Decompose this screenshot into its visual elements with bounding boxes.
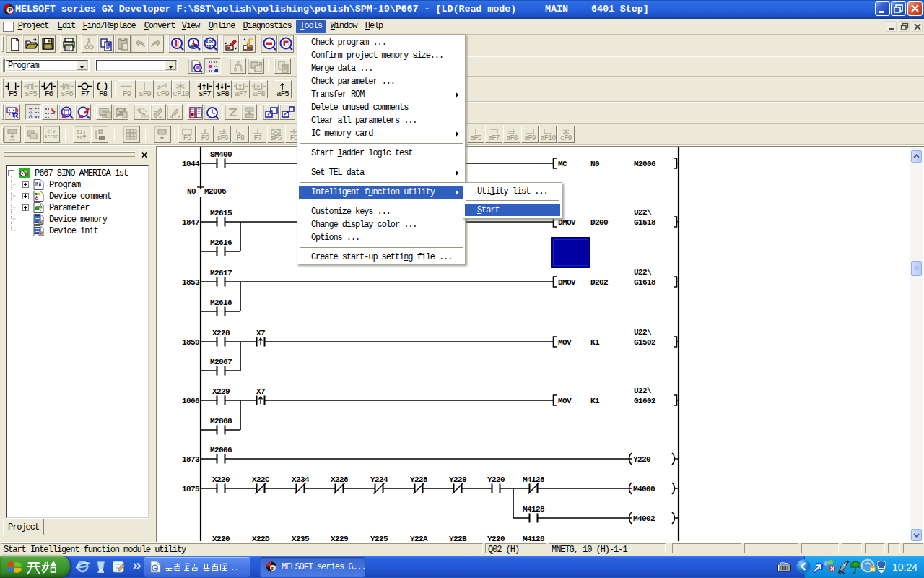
svg-text:M2867: M2867 [210,358,232,366]
svg-text:X22D: X22D [252,535,270,541]
svg-text:K1: K1 [590,397,600,405]
svg-text:MOV: MOV [558,338,572,347]
svg-text:1859: 1859 [182,338,199,347]
svg-text:M4000: M4000 [633,485,655,493]
svg-text:SM400: SM400 [210,150,232,159]
svg-text:X228: X228 [212,329,230,337]
svg-text:Y22A: Y22A [410,535,428,541]
svg-text:X220: X220 [212,535,230,541]
svg-text:M2615: M2615 [210,209,232,217]
svg-text:M2006: M2006 [204,187,226,196]
svg-text:c+v: c+v [47,129,56,134]
svg-text:X22C: X22C [252,475,270,484]
svg-text:X220: X220 [212,475,230,484]
svg-text:S9: S9 [77,135,82,141]
svg-text:X7: X7 [256,387,265,396]
svg-text:U22\: U22\ [634,387,652,395]
svg-text:U22\: U22\ [634,268,652,277]
svg-text:error: error [44,134,58,139]
svg-text:N0: N0 [187,187,196,196]
svg-text:G1618: G1618 [634,278,656,287]
svg-text:DMOV: DMOV [558,278,576,287]
svg-text:Y225: Y225 [370,535,388,541]
svg-text:X229: X229 [331,535,348,541]
svg-text:1875: 1875 [182,485,200,493]
svg-text:M2006: M2006 [210,446,232,454]
svg-text:...: ... [230,564,240,571]
svg-text:1853: 1853 [182,278,200,287]
svg-text:G1602: G1602 [634,397,655,405]
svg-text:1873: 1873 [182,455,200,464]
svg-text:X235: X235 [292,535,310,541]
svg-text:N0: N0 [590,160,599,168]
svg-text:Y220: Y220 [487,475,505,484]
svg-text:D202: D202 [590,278,608,287]
svg-text:M2006: M2006 [634,160,655,168]
svg-text:G1518: G1518 [634,218,656,227]
svg-text:M2868: M2868 [210,417,232,426]
svg-text:Y220: Y220 [487,535,505,541]
svg-text:DMOV: DMOV [558,218,576,227]
svg-text:M4128: M4128 [523,475,545,484]
svg-text:M2617: M2617 [210,269,232,277]
svg-text:123: 123 [206,44,214,48]
svg-text:P: P [9,7,12,14]
svg-text:X7: X7 [256,329,265,337]
svg-text:U22\: U22\ [634,328,652,337]
svg-text:1847: 1847 [182,218,199,227]
svg-text:D200: D200 [590,218,608,227]
svg-text:Y224: Y224 [370,475,388,484]
svg-text:X229: X229 [212,387,230,396]
svg-text:Y22B: Y22B [449,535,467,541]
svg-text:X228: X228 [331,475,349,484]
svg-text:U22\: U22\ [634,208,652,217]
svg-text:Y228: Y228 [410,475,428,484]
svg-text:M4128: M4128 [523,535,545,541]
svg-text:M2616: M2616 [210,238,232,247]
svg-text:S1: S1 [77,129,82,135]
svg-text:Y220: Y220 [633,455,650,464]
svg-text:Y229: Y229 [449,475,466,484]
svg-text:MC: MC [558,160,567,168]
svg-text:X234: X234 [292,475,310,484]
svg-text:M2618: M2618 [210,298,232,307]
svg-text:G1502: G1502 [634,338,655,347]
svg-text:1866: 1866 [182,397,199,405]
svg-text:HL: HL [159,115,165,120]
svg-text:xxxx: xxxx [141,113,150,119]
svg-text:M4128: M4128 [523,505,545,514]
svg-text:LD: LD [12,113,18,118]
svg-text:K1: K1 [590,338,600,347]
svg-text:P: P [271,566,275,571]
svg-text:M4002: M4002 [633,514,655,523]
svg-text:MOV: MOV [558,397,572,405]
svg-text:1844: 1844 [182,160,200,168]
